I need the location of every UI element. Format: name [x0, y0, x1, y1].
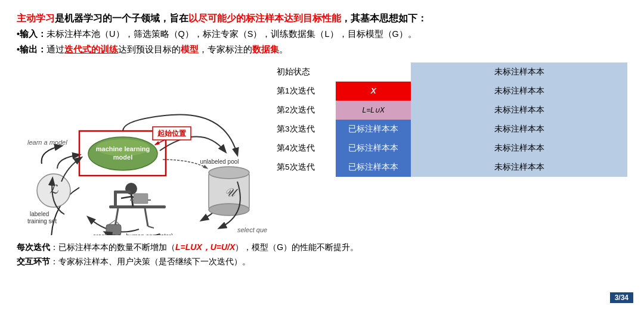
title-black2: ，其基本思想: [341, 13, 398, 23]
iteration-table: 初始状态 未标注样本本 第1次迭代 X 未标注样本本 第2次迭代 L=L∪X: [273, 63, 627, 177]
bottom-key2: 交互环节: [17, 257, 50, 266]
bullet2-mid: 达到预设目标的: [118, 45, 181, 54]
svg-text:training set: training set: [27, 218, 57, 224]
table-row-init: 初始状态 未标注样本本: [273, 63, 627, 82]
cell-2-unlabeled: 未标注样本本: [411, 101, 627, 120]
bottom-rest2: ：专家标注样本、用户决策（是否继续下一次迭代）。: [50, 257, 250, 266]
table-row-5: 第5次迭代 已标注样本本 未标注样本本: [273, 158, 627, 177]
bullet2-red1: 模型: [181, 45, 199, 54]
svg-point-15: [209, 204, 249, 216]
table-area: 初始状态 未标注样本本 第1次迭代 X 未标注样本本 第2次迭代 L=L∪X: [267, 63, 627, 235]
row-label-4: 第4次迭代: [273, 139, 336, 158]
cell-init-unlabeled: 未标注样本本: [411, 63, 627, 82]
table-row-2: 第2次迭代 L=L∪X 未标注样本本: [273, 101, 627, 120]
bottom-line2: 交互环节：专家标注样本、用户决策（是否继续下一次迭代）。: [17, 254, 627, 269]
bullet2: •输出：通过迭代式的训练达到预设目标的模型，专家标注的数据集。: [17, 42, 627, 57]
title-black3: 如下：: [398, 13, 427, 23]
learn-a-model-label: learn a model: [27, 139, 67, 146]
svg-rect-28: [134, 193, 148, 204]
bullet1-text: 未标注样本池（U），筛选策略（Q），标注专家（S），训练数据集（L），目标模型（…: [47, 29, 417, 39]
bottom-rest1: ：已标注样本本的数量不断增加（: [50, 242, 175, 252]
bullet2-end: 。: [279, 45, 288, 54]
svg-text:起始位置: 起始位置: [157, 129, 187, 138]
row-label-5: 第5次迭代: [273, 158, 336, 177]
cell-5-unlabeled: 未标注样本本: [411, 158, 627, 177]
svg-text:model: model: [113, 154, 132, 161]
bottom-line1: 每次迭代：已标注样本本的数量不断增加（L=LUX，U=U/X），模型（G）的性能…: [17, 240, 627, 255]
cell-1-unlabeled: 未标注样本本: [411, 82, 627, 101]
title-red1: 主动学习: [17, 13, 55, 23]
table-row-3: 第3次迭代 已标注样本本 未标注样本本: [273, 120, 627, 139]
title-line: 主动学习是机器学习的一个子领域，旨在以尽可能少的标注样本达到目标性能，其基本思想…: [17, 11, 627, 26]
bottom-rest1b: ），模型（G）的性能不断提升。: [235, 242, 358, 252]
svg-point-14: [209, 167, 249, 179]
title-red2: 以尽可能少的标注样本达到目标性能: [188, 13, 341, 23]
bullet1-label: •输入：: [17, 29, 47, 39]
bottom-formula: L=LUX，U=U/X: [175, 242, 235, 252]
cell-3-labeled: 已标注样本本: [336, 120, 411, 139]
cell-3-unlabeled: 未标注样本本: [411, 120, 627, 139]
table-row-1: 第1次迭代 X 未标注样本本: [273, 82, 627, 101]
table-row-4: 第4次迭代 已标注样本本 未标注样本本: [273, 139, 627, 158]
bullet2-label: •输出：: [17, 45, 47, 54]
svg-text:select queries: select queries: [237, 226, 267, 233]
svg-text:labeled: labeled: [30, 211, 49, 217]
svg-rect-30: [114, 191, 131, 193]
row-label-2: 第2次迭代: [273, 101, 336, 120]
svg-text:ℒ: ℒ: [49, 183, 58, 196]
title-black1: 是机器学习的一个子领域，旨在: [55, 13, 188, 23]
cell-2-lux: L=L∪X: [336, 101, 411, 120]
bullet2-post: ，专家标注的: [199, 45, 252, 54]
top-text-area: 主动学习是机器学习的一个子领域，旨在以尽可能少的标注样本达到目标性能，其基本思想…: [17, 11, 627, 58]
bullet2-pre: 通过: [47, 45, 64, 54]
main-area: learn a model: [17, 63, 627, 235]
bullet2-underline: 迭代式的训练: [64, 45, 118, 54]
cell-4-labeled: 已标注样本本: [336, 139, 411, 158]
cell-5-labeled: 已标注样本本: [336, 158, 411, 177]
row-label-3: 第3次迭代: [273, 120, 336, 139]
svg-text:oracle (e.g., human annotator): oracle (e.g., human annotator): [93, 233, 174, 235]
svg-text:unlabeled pool: unlabeled pool: [200, 158, 239, 165]
row-label-1: 第1次迭代: [273, 82, 336, 101]
cell-init-empty: [336, 63, 411, 82]
bottom-text-area: 每次迭代：已标注样本本的数量不断增加（L=LUX，U=U/X），模型（G）的性能…: [17, 240, 627, 269]
diagram-area: learn a model: [17, 63, 267, 235]
cell-4-unlabeled: 未标注样本本: [411, 139, 627, 158]
diagram-svg: learn a model: [17, 63, 267, 235]
bullet2-red2: 数据集: [252, 45, 279, 54]
slide: 主动学习是机器学习的一个子领域，旨在以尽可能少的标注样本达到目标性能，其基本思想…: [0, 0, 644, 309]
page-number: 3/34: [610, 292, 633, 303]
row-label-init: 初始状态: [273, 63, 336, 82]
cell-1-x: X: [336, 82, 411, 101]
svg-text:machine learning: machine learning: [96, 145, 150, 152]
svg-rect-18: [109, 205, 166, 208]
bottom-key1: 每次迭代: [17, 242, 50, 252]
bullet1: •输入：未标注样本池（U），筛选策略（Q），标注专家（S），训练数据集（L），目…: [17, 26, 627, 42]
